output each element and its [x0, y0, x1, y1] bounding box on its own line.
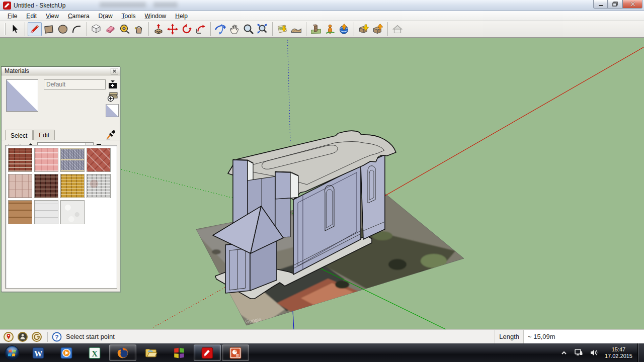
get-models-tool-button[interactable]	[357, 22, 371, 36]
pan-tool-button[interactable]	[227, 22, 242, 36]
menu-camera[interactable]: Camera	[63, 12, 94, 21]
menu-draw[interactable]: Draw	[94, 12, 117, 21]
minimize-button[interactable]	[593, 0, 608, 9]
arc-tool-button[interactable]	[70, 22, 84, 36]
rotate-tool-button[interactable]	[180, 22, 194, 36]
taskbar-app-explorer[interactable]	[137, 344, 165, 361]
google-earth-icon	[338, 23, 350, 35]
create-material-icon[interactable]	[107, 90, 119, 103]
window-titlebar[interactable]: Untitled - SketchUp	[0, 0, 644, 11]
credit-attribution-icon[interactable]	[17, 331, 28, 342]
desktop: Untitled - SketchUp FileEditViewCameraDr…	[0, 0, 644, 362]
zoom-extents-tool-button[interactable]	[256, 22, 270, 36]
paint-bucket-tool-button[interactable]	[132, 22, 146, 36]
restore-button[interactable]	[608, 0, 622, 9]
orbit-tool-button[interactable]	[213, 22, 227, 36]
materials-close-button[interactable]	[111, 68, 118, 74]
hidden-icons-chevron[interactable]	[561, 350, 567, 355]
material-name-field[interactable]: Default	[44, 79, 106, 89]
circle-icon	[57, 23, 69, 35]
zoom-tool-button[interactable]	[242, 22, 256, 36]
share-model-tool-button[interactable]	[371, 22, 385, 36]
material-swatch-stone-pavers[interactable]	[8, 174, 32, 198]
materials-panel-titlebar[interactable]: Materials	[2, 67, 120, 75]
rectangle-tool-button[interactable]	[42, 22, 56, 36]
toolbar-handle[interactable]	[4, 23, 6, 35]
offset-tool-button[interactable]	[194, 22, 208, 36]
excel-icon: X	[88, 346, 101, 359]
window-title: Untitled - SketchUp	[14, 2, 65, 9]
photo-textures-icon	[310, 23, 322, 35]
material-swatch-wood-siding[interactable]	[8, 200, 32, 224]
powerpoint-icon	[229, 346, 242, 359]
material-swatch-red-brick[interactable]	[8, 148, 32, 172]
google-earth-tool-button[interactable]	[337, 22, 351, 36]
toggle-terrain-tool-button[interactable]	[289, 22, 303, 36]
taskbar-app-sketchup[interactable]	[194, 344, 221, 361]
sign-in-icon[interactable]	[31, 331, 42, 342]
material-swatch-list[interactable]	[5, 145, 117, 289]
taskbar-app-excel[interactable]: X	[81, 344, 108, 361]
eraser-tool-button[interactable]	[104, 22, 118, 36]
system-tray: 15:47 17.02.2015	[557, 343, 644, 362]
material-swatch-rough-brick[interactable]	[34, 174, 58, 198]
material-swatch-painted-brick[interactable]	[87, 174, 111, 198]
network-icon[interactable]	[574, 348, 583, 357]
default-material-swatch[interactable]	[106, 104, 119, 117]
component-house-tool-button[interactable]	[390, 22, 405, 36]
menu-window[interactable]: Window	[140, 12, 171, 21]
materials-tab-edit[interactable]: Edit	[33, 130, 55, 140]
add-building-tool-button[interactable]	[323, 22, 337, 36]
orbit-icon	[214, 23, 226, 35]
arc-icon	[71, 23, 83, 35]
taskbar-app-media-player[interactable]	[53, 344, 80, 361]
menu-help[interactable]: Help	[171, 12, 192, 21]
photo-textures-tool-button[interactable]	[309, 22, 323, 36]
material-swatch-red-pavers[interactable]	[87, 148, 111, 172]
taskbar-app-word[interactable]: W	[25, 344, 52, 361]
material-swatch-granite-blocks[interactable]	[60, 148, 85, 172]
start-button[interactable]	[0, 343, 24, 362]
select-icon	[9, 23, 21, 35]
close-button[interactable]	[622, 0, 642, 9]
materials-tab-select[interactable]: Select	[5, 130, 33, 140]
sketchup-icon	[201, 346, 214, 359]
show-desktop-button[interactable]	[637, 343, 644, 362]
toolbar	[0, 21, 644, 38]
rotate-icon	[181, 23, 193, 35]
material-swatch-pink-pavers[interactable]	[34, 148, 58, 172]
materials-panel[interactable]: Materials Default SelectEdit	[1, 66, 120, 292]
line-icon	[29, 23, 41, 35]
menu-bar: FileEditViewCameraDrawToolsWindowHelp	[0, 11, 644, 21]
add-location-tool-button[interactable]	[275, 22, 289, 36]
line-tool-button[interactable]	[28, 22, 42, 36]
menu-tools[interactable]: Tools	[117, 12, 140, 21]
help-icon[interactable]: ?	[52, 332, 62, 342]
menu-view[interactable]: View	[41, 12, 63, 21]
taskbar-app-powerpoint[interactable]	[222, 344, 249, 361]
move-tool-button[interactable]	[166, 22, 180, 36]
tape-measure-tool-button[interactable]	[118, 22, 132, 36]
clock[interactable]: 15:47 17.02.2015	[605, 346, 632, 359]
select-tool-button[interactable]	[8, 22, 22, 36]
background-window-artifact	[100, 2, 146, 8]
measurement-value[interactable]: ~ 15,09m	[523, 330, 644, 343]
get-models-icon	[358, 23, 370, 35]
secondary-pane-icon[interactable]	[107, 78, 119, 90]
menu-edit[interactable]: Edit	[22, 12, 41, 21]
sample-paint-icon[interactable]	[106, 129, 117, 141]
material-swatch-white-stucco[interactable]	[60, 200, 85, 224]
component-house-icon	[391, 23, 404, 35]
rectangle-icon	[43, 23, 55, 35]
material-swatch-yellow-brick[interactable]	[60, 174, 85, 198]
volume-icon[interactable]	[590, 349, 598, 356]
push-pull-tool-button[interactable]	[151, 22, 166, 36]
taskbar-app-office[interactable]	[166, 344, 193, 361]
geolocation-icon[interactable]	[3, 331, 14, 342]
menu-file[interactable]: File	[3, 12, 22, 21]
material-swatch-gray-siding[interactable]	[34, 200, 58, 224]
make-component-tool-button[interactable]	[90, 22, 104, 36]
offset-icon	[195, 23, 207, 35]
circle-tool-button[interactable]	[56, 22, 70, 36]
taskbar-app-firefox[interactable]	[109, 344, 136, 361]
